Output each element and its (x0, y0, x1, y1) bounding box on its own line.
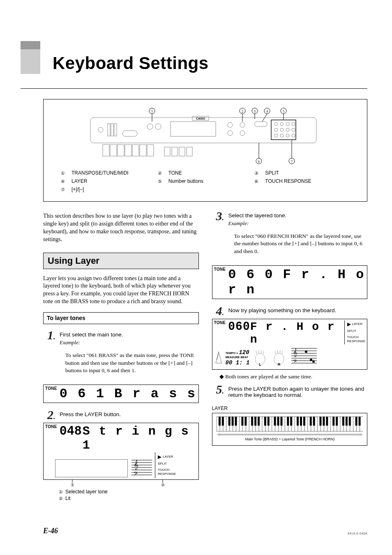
svg-rect-149 (228, 417, 230, 426)
ind-tr-2: TOUCH RESPONSE (347, 335, 365, 344)
legend-label-1: TRANSPOSE/TUNE/MIDI (71, 170, 129, 176)
svg-rect-172 (332, 417, 334, 426)
svg-text:①: ① (71, 483, 74, 487)
legend-label-2: TONE (168, 170, 182, 176)
lcd-display-frhorn-top: TONE 0 6 0 F r . H o r n (212, 265, 368, 299)
svg-rect-174 (342, 417, 344, 426)
svg-point-1 (98, 127, 103, 132)
layer-pointer-icon-2: ▶ (347, 321, 351, 328)
svg-text:𝄢: 𝄢 (134, 471, 138, 478)
mini-legend-2: Lit (65, 495, 71, 501)
step-number-4: 4. (216, 305, 228, 317)
step1-example-label: Example: (60, 339, 199, 346)
svg-line-79 (261, 350, 261, 353)
svg-rect-100 (217, 417, 363, 431)
svg-marker-181 (360, 433, 363, 436)
page-number: E-46 (43, 527, 58, 535)
step-number-3: 3. (216, 210, 228, 261)
svg-point-26 (292, 134, 295, 137)
subhead-label: To layer tones (47, 315, 85, 321)
svg-text:Main Tone (BRASS) + Layered To: Main Tone (BRASS) + Layered Tone (FRENCH… (245, 437, 334, 441)
svg-rect-3 (111, 124, 113, 136)
svg-rect-170 (323, 417, 325, 426)
svg-point-11 (240, 122, 245, 127)
svg-text:②: ② (161, 483, 165, 487)
svg-rect-30 (125, 145, 131, 156)
lcd-display-brass: TONE 0 6 1 B r a s s (43, 385, 199, 403)
svg-point-12 (240, 131, 245, 136)
svg-point-15 (274, 122, 278, 126)
svg-rect-162 (287, 417, 289, 426)
lcd-tone-label-4: TONE (214, 320, 226, 325)
svg-rect-27 (103, 145, 109, 156)
step5-lead: Press the LAYER button again to unlayer … (228, 386, 368, 398)
legend-label-3: SPLIT (265, 170, 279, 176)
svg-text:6: 6 (258, 159, 260, 164)
svg-line-80 (263, 351, 264, 354)
subhead-to-layer-tones: To layer tones (43, 312, 199, 324)
legend-num-3: ③ (254, 170, 259, 176)
step4-bullet: ◆ Both tones are played at the same time… (224, 373, 368, 380)
page-title: Keyboard Settings (53, 53, 209, 73)
lcd-callouts: ① ② (44, 479, 175, 487)
step1-example: To select "061 BRASS" as the main tone, … (65, 352, 199, 375)
tempo-value: 120 (239, 349, 249, 356)
step-3: 3. Select the layered tone. Example: To … (216, 210, 368, 261)
mini-legend-num1: ① (59, 489, 65, 495)
right-hand-icon: R (271, 349, 287, 366)
step2-lead: Press the LAYER button. (60, 411, 199, 417)
svg-rect-158 (267, 417, 269, 426)
svg-rect-29 (118, 145, 124, 156)
lcd-num-strings: 048 (60, 424, 82, 453)
tempo-label: TEMPO = (226, 352, 238, 355)
svg-rect-166 (303, 417, 305, 426)
svg-point-19 (274, 128, 278, 131)
svg-text:𝄞: 𝄞 (134, 460, 138, 470)
svg-rect-151 (235, 417, 237, 426)
svg-rect-148 (221, 417, 224, 426)
svg-rect-156 (258, 417, 260, 426)
svg-rect-159 (274, 417, 276, 426)
svg-rect-165 (300, 417, 302, 426)
keyboard-line-art: 1 2 3 4 5 6 7 CASIO (78, 105, 333, 167)
lcd-readout-brass: 0 6 1 B r a s s (60, 386, 197, 401)
svg-text:2: 2 (241, 109, 243, 113)
svg-point-97 (305, 350, 307, 353)
lcd-text-strings: S t r i n g s 1 (83, 424, 197, 452)
svg-line-85 (280, 350, 280, 353)
svg-rect-152 (241, 417, 243, 426)
svg-rect-155 (254, 417, 256, 426)
lcd-display-full: TONE 060 F r . H o r n ▶LAYER SPLIT TOUC… (212, 319, 368, 370)
section-using-layer: Using Layer (43, 253, 199, 269)
staff-icon-2: 𝄞𝄢 (290, 346, 318, 366)
svg-rect-167 (309, 417, 311, 426)
svg-rect-2 (108, 124, 110, 136)
step-number-5: 5. (216, 383, 228, 400)
svg-rect-169 (319, 417, 321, 426)
svg-point-98 (310, 359, 312, 361)
keyboard-diagram-box: 1 2 3 4 5 6 7 CASIO ①TRANSPOSE/TUNE/MIDI… (43, 99, 367, 202)
svg-line-78 (258, 350, 259, 353)
step-5: 5. Press the LAYER button again to unlay… (216, 383, 368, 400)
keyboard-range-diagram: Main Tone (BRASS) + Layered Tone (FRENCH… (212, 413, 368, 446)
mini-legend-num2: ② (59, 496, 65, 501)
svg-point-16 (280, 122, 284, 126)
step-number-2: 2. (47, 409, 60, 421)
lcd-display-strings: TONE 048 S t r i n g s 1 𝄞 𝄢 (43, 423, 199, 480)
svg-point-9 (228, 122, 233, 127)
svg-rect-31 (132, 145, 139, 156)
svg-rect-173 (336, 417, 338, 426)
lcd-readout-frhorn: 0 6 0 F r . H o r n (228, 267, 365, 297)
svg-point-7 (155, 124, 161, 129)
svg-text:7: 7 (291, 159, 293, 164)
svg-rect-5 (122, 131, 137, 136)
step4-lead: Now try playing something on the keyboar… (228, 307, 368, 313)
svg-rect-13 (255, 122, 267, 127)
legend-num-5: ⑤ (157, 179, 163, 184)
legend-num-2: ② (157, 170, 163, 176)
svg-rect-8 (171, 122, 216, 136)
svg-text:1: 1 (151, 109, 153, 113)
svg-rect-4 (114, 124, 117, 136)
ind-split-2: SPLIT (347, 329, 365, 333)
svg-line-84 (277, 350, 278, 353)
